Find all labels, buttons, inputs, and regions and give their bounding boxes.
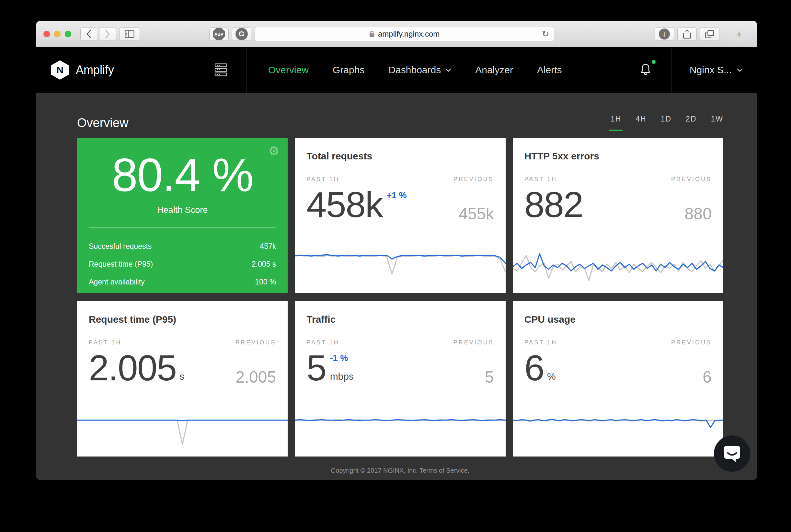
value-unit: s xyxy=(179,371,184,382)
app-navbar: N Amplify Overview Graphs Dashboards Ana… xyxy=(36,47,757,93)
url-text: amplify.nginx.com xyxy=(378,30,440,39)
total-requests-card: Total requests PAST 1HPREVIOUS 458k +1 %… xyxy=(295,138,505,293)
metric-label: Succesful requests xyxy=(89,242,152,251)
request-time-card: Request time (P95) PAST 1HPREVIOUS 2.005… xyxy=(77,301,288,457)
nav-item-graphs[interactable]: Graphs xyxy=(333,64,364,75)
health-score-value: 80.4 % xyxy=(77,152,288,198)
brand[interactable]: N Amplify xyxy=(36,47,195,93)
metric-value: 457k xyxy=(260,242,276,251)
adblock-extension-button[interactable]: ABP xyxy=(209,27,229,41)
metric-value: 100 % xyxy=(255,278,276,286)
past-label: PAST 1H xyxy=(524,176,557,183)
time-range-1w[interactable]: 1W xyxy=(711,115,724,129)
past-label: PAST 1H xyxy=(306,176,339,183)
nginx-logo-icon: N xyxy=(51,60,69,80)
time-range-2d[interactable]: 2D xyxy=(686,115,696,129)
ghostery-icon: G xyxy=(235,28,248,40)
card-title: Total requests xyxy=(306,151,494,162)
notification-dot xyxy=(652,60,656,64)
systems-rack-button[interactable] xyxy=(195,47,247,93)
nav-item-alerts[interactable]: Alerts xyxy=(537,64,562,75)
delta-badge: -1 % xyxy=(330,353,348,363)
forward-button[interactable] xyxy=(99,27,116,41)
current-value: 5 xyxy=(306,351,326,385)
health-row-successful-requests: Succesful requests 457k xyxy=(89,242,276,251)
tabs-icon xyxy=(705,30,715,39)
share-button[interactable] xyxy=(677,27,697,41)
value-unit: mbps xyxy=(330,371,354,382)
nav-item-graphs-label: Graphs xyxy=(333,64,364,75)
nav-item-dashboards-label: Dashboards xyxy=(388,64,441,75)
tab-overview-button[interactable] xyxy=(700,27,719,41)
browser-window: ABP G amplify.nginx.com ↻ ↓ + xyxy=(36,21,757,480)
address-bar[interactable]: amplify.nginx.com ↻ xyxy=(255,27,554,41)
time-range-4h[interactable]: 4H xyxy=(636,115,646,129)
ghostery-extension-button[interactable]: G xyxy=(232,27,251,41)
previous-label: PREVIOUS xyxy=(671,339,712,346)
intercom-chat-button[interactable] xyxy=(714,435,750,472)
sidebar-icon xyxy=(125,30,134,38)
notifications-button[interactable] xyxy=(620,47,672,93)
chat-bubble-icon xyxy=(723,444,741,463)
previous-label: PREVIOUS xyxy=(671,176,712,183)
zoom-window-button[interactable] xyxy=(65,31,71,37)
nav-item-analyzer[interactable]: Analyzer xyxy=(475,64,513,75)
health-score-label: Health Score xyxy=(77,205,288,215)
nav-links: Overview Graphs Dashboards Analyzer Aler… xyxy=(247,47,620,93)
gear-icon[interactable]: ⚙ xyxy=(268,145,279,157)
minimize-window-button[interactable] xyxy=(54,31,61,37)
card-title: Traffic xyxy=(306,314,494,325)
past-label: PAST 1H xyxy=(89,339,121,346)
nav-item-analyzer-label: Analyzer xyxy=(475,64,513,75)
health-metric-rows: Succesful requests 457k Request time (P9… xyxy=(77,228,288,286)
past-label: PAST 1H xyxy=(524,339,557,346)
cpu-usage-sparkline xyxy=(513,414,723,457)
previous-label: PREVIOUS xyxy=(454,176,494,183)
current-value: 458k xyxy=(306,188,383,221)
close-window-button[interactable] xyxy=(43,31,50,37)
card-title: Request time (P95) xyxy=(89,314,276,325)
previous-label: PREVIOUS xyxy=(454,339,494,346)
current-value: 882 xyxy=(524,188,583,221)
time-range-selector: 1H 4H 1D 2D 1W xyxy=(611,115,723,130)
forward-chevron-icon xyxy=(105,30,110,38)
window-controls xyxy=(43,31,71,37)
page-content: Overview 1H 4H 1D 2D 1W ⚙ 80.4 % Health … xyxy=(36,93,757,480)
adblock-plus-icon: ABP xyxy=(213,28,225,40)
health-score-card: ⚙ 80.4 % Health Score Succesful requests… xyxy=(77,138,288,293)
health-row-agent-availability: Agent availability 100 % xyxy=(89,278,276,286)
previous-value: 6 xyxy=(702,370,712,385)
cards-grid: ⚙ 80.4 % Health Score Succesful requests… xyxy=(77,138,723,457)
chevron-down-icon xyxy=(737,68,743,72)
server-rack-icon xyxy=(213,63,229,77)
new-tab-button[interactable]: + xyxy=(728,25,750,42)
back-button[interactable] xyxy=(80,27,97,41)
sidebar-toggle-button[interactable] xyxy=(119,27,140,41)
nav-item-overview[interactable]: Overview xyxy=(268,64,309,75)
http-5xx-sparkline xyxy=(513,250,723,293)
card-title: CPU usage xyxy=(524,314,712,325)
download-icon: ↓ xyxy=(659,28,670,40)
browser-toolbar: ABP G amplify.nginx.com ↻ ↓ + xyxy=(36,21,757,47)
desktop-background: ABP G amplify.nginx.com ↻ ↓ + xyxy=(0,0,791,532)
traffic-sparkline xyxy=(295,414,505,457)
metric-label: Agent availability xyxy=(89,278,145,286)
time-range-1d[interactable]: 1D xyxy=(661,115,672,129)
back-chevron-icon xyxy=(86,30,91,38)
current-value: 2.005 xyxy=(89,351,176,385)
account-menu[interactable]: Nginx S... xyxy=(672,47,757,93)
delta-badge: +1 % xyxy=(386,191,406,201)
value-unit: % xyxy=(547,371,556,382)
address-bar-content: amplify.nginx.com xyxy=(369,30,440,39)
downloads-button[interactable]: ↓ xyxy=(655,27,674,41)
account-name: Nginx S... xyxy=(690,64,732,75)
history-nav-buttons xyxy=(80,27,116,41)
brand-name: Amplify xyxy=(76,63,114,77)
reload-button[interactable]: ↻ xyxy=(542,28,549,39)
lock-icon xyxy=(369,30,375,38)
card-title: HTTP 5xx errors xyxy=(524,151,712,162)
time-range-1h[interactable]: 1H xyxy=(611,115,621,129)
health-row-request-time: Request time (P95) 2.005 s xyxy=(89,260,276,269)
page-title: Overview xyxy=(77,116,128,130)
nav-item-dashboards[interactable]: Dashboards xyxy=(388,64,451,75)
